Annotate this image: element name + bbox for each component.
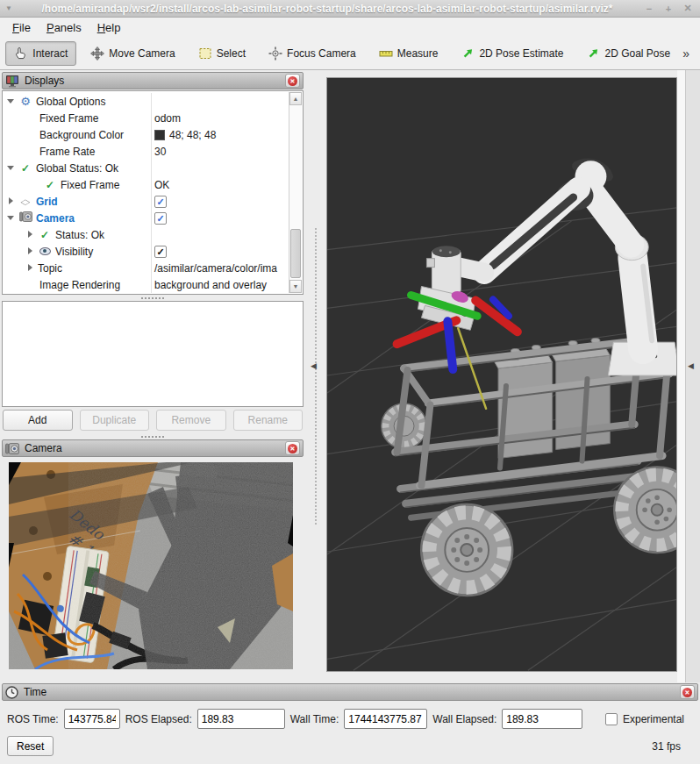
scroll-up-icon[interactable]: ▲ xyxy=(289,92,302,105)
visibility-checkbox[interactable]: ✓ xyxy=(154,246,167,258)
expander-closed-icon[interactable] xyxy=(25,230,36,240)
property-value[interactable]: 30 xyxy=(154,146,166,158)
tree-row-background-color[interactable]: Background Color 48; 48; 48 xyxy=(3,126,289,143)
property-value[interactable]: 48; 48; 48 xyxy=(169,129,216,141)
camera-enabled-checkbox[interactable]: ✓ xyxy=(154,212,167,225)
tree-row-frame-rate[interactable]: Frame Rate 30 xyxy=(3,143,289,160)
tree-row-fixed-frame[interactable]: Fixed Frame odom xyxy=(3,110,289,126)
menu-file[interactable]: File xyxy=(5,19,38,36)
collapse-left-icon[interactable]: ◀ xyxy=(311,361,317,370)
menu-bar: File Panels Help xyxy=(0,18,700,37)
splitter-handle[interactable] xyxy=(2,295,304,301)
3d-viewport[interactable] xyxy=(326,77,677,672)
time-fields-row: ROS Time: ROS Elapsed: Wall Time: Wall E… xyxy=(2,702,698,732)
scroll-down-icon[interactable]: ▼ xyxy=(289,280,302,293)
tree-row-global-status[interactable]: ✓ Global Status: Ok xyxy=(3,160,289,176)
selection-box-icon xyxy=(198,46,212,61)
panel-splitter[interactable]: ◀ xyxy=(305,70,326,682)
pose-estimate-tool-button[interactable]: 2D Pose Estimate xyxy=(452,41,572,66)
expander-open-icon[interactable] xyxy=(6,96,17,107)
ros-elapsed-input[interactable] xyxy=(197,709,285,729)
add-button[interactable]: Add xyxy=(3,410,73,431)
close-button[interactable]: ✕ xyxy=(681,3,695,14)
minimize-button[interactable]: − xyxy=(642,4,656,14)
displays-close-button[interactable]: ✕ xyxy=(285,74,300,88)
pose-estimate-tool-label: 2D Pose Estimate xyxy=(479,47,563,60)
select-tool-label: Select xyxy=(217,47,246,60)
camera-panel-icon xyxy=(5,443,19,454)
displays-panel-header[interactable]: Displays ✕ xyxy=(2,72,304,89)
right-panel-splitter[interactable]: ◀ xyxy=(677,70,700,682)
tree-label: Global Options xyxy=(36,96,105,108)
wall-elapsed-input[interactable] xyxy=(502,709,582,729)
remove-button[interactable]: Remove xyxy=(156,410,226,431)
fps-counter: 31 fps xyxy=(652,740,681,753)
tree-row-global-options[interactable]: ⚙ Global Options xyxy=(3,93,289,110)
tree-row-grid[interactable]: ◇ Grid ✓ xyxy=(3,193,289,210)
splitter-handle[interactable] xyxy=(2,433,304,439)
expander-closed-icon[interactable] xyxy=(6,196,17,207)
displays-button-row: Add Duplicate Remove Rename xyxy=(2,407,304,433)
tree-row-camera[interactable]: Camera ✓ xyxy=(3,210,289,226)
expander-closed-icon[interactable] xyxy=(25,246,36,257)
expander-open-icon[interactable] xyxy=(6,213,17,224)
wall-time-input[interactable] xyxy=(344,709,427,729)
focus-camera-tool-button[interactable]: Focus Camera xyxy=(260,41,365,66)
move-camera-tool-button[interactable]: Move Camera xyxy=(82,41,183,66)
expander-open-icon[interactable] xyxy=(6,163,17,174)
check-icon: ✓ xyxy=(18,162,32,175)
goal-pose-tool-button[interactable]: 2D Goal Pose xyxy=(577,41,679,66)
window-title: /home/amirandap/wsr2/install/arcos-lab-a… xyxy=(18,3,637,15)
tree-row-status-fixed-frame[interactable]: ✓ Fixed Frame OK xyxy=(3,176,289,193)
tree-row-image-rendering[interactable]: Image Rendering background and overlay xyxy=(3,276,289,293)
wall-time-label: Wall Time: xyxy=(290,713,339,725)
tree-label: Fixed Frame xyxy=(39,112,98,125)
expander-closed-icon[interactable] xyxy=(25,263,36,274)
tree-row-camera-status[interactable]: ✓ Status: Ok xyxy=(3,226,289,243)
check-icon: ✓ xyxy=(38,229,52,241)
property-value[interactable]: background and overlay xyxy=(154,279,267,291)
menu-panels[interactable]: Panels xyxy=(39,19,89,36)
menu-help[interactable]: Help xyxy=(90,19,128,36)
select-tool-button[interactable]: Select xyxy=(189,41,254,66)
experimental-label: Experimental xyxy=(623,713,684,725)
time-panel: Time ✕ ROS Time: ROS Elapsed: Wall Time:… xyxy=(0,682,700,764)
tree-label: Background Color xyxy=(39,129,124,141)
camera-icon xyxy=(18,211,32,225)
time-bottom-row: Reset 31 fps xyxy=(2,732,698,756)
rename-button[interactable]: Rename xyxy=(233,410,304,431)
maximize-button[interactable]: + xyxy=(661,4,675,14)
green-arrow-icon xyxy=(586,46,600,61)
rviz-window: ▼ /home/amirandap/wsr2/install/arcos-lab… xyxy=(0,0,700,764)
experimental-checkbox[interactable] xyxy=(605,713,618,725)
toolbar-overflow-button[interactable]: » xyxy=(679,46,693,61)
collapse-left-icon[interactable]: ◀ xyxy=(688,361,694,370)
interact-tool-button[interactable]: Interact xyxy=(5,41,76,66)
duplicate-button[interactable]: Duplicate xyxy=(80,410,150,431)
window-menu-icon[interactable]: ▼ xyxy=(5,4,12,12)
tree-label: Image Rendering xyxy=(39,279,120,291)
check-icon: ✓ xyxy=(43,179,57,191)
property-value: OK xyxy=(154,179,169,191)
camera-close-button[interactable]: ✕ xyxy=(285,441,300,455)
property-value[interactable]: /asimilar/camera/color/ima xyxy=(154,262,277,275)
camera-panel-header[interactable]: Camera ✕ xyxy=(2,439,304,457)
time-close-button[interactable]: ✕ xyxy=(680,685,695,699)
tree-scrollbar[interactable]: ▲ ▼ xyxy=(289,92,302,293)
tree-label: Grid xyxy=(36,196,58,208)
ruler-icon xyxy=(379,46,393,61)
grid-enabled-checkbox[interactable]: ✓ xyxy=(154,196,167,208)
hand-pointer-icon xyxy=(14,46,28,61)
property-value[interactable]: odom xyxy=(154,112,181,125)
tree-row-visibility[interactable]: Visibility ✓ xyxy=(3,243,289,260)
color-swatch[interactable] xyxy=(154,130,165,140)
reset-button[interactable]: Reset xyxy=(7,736,54,756)
tree-row-topic[interactable]: Topic /asimilar/camera/color/ima xyxy=(3,260,289,276)
time-panel-header[interactable]: Time ✕ xyxy=(2,683,698,701)
camera-image: Dedo # 1 xyxy=(9,462,293,669)
mecanum-wheel xyxy=(421,504,511,595)
ros-time-input[interactable] xyxy=(64,709,120,729)
measure-tool-button[interactable]: Measure xyxy=(370,41,447,66)
scrollbar-thumb[interactable] xyxy=(290,229,301,278)
wall-elapsed-label: Wall Elapsed: xyxy=(432,713,496,725)
